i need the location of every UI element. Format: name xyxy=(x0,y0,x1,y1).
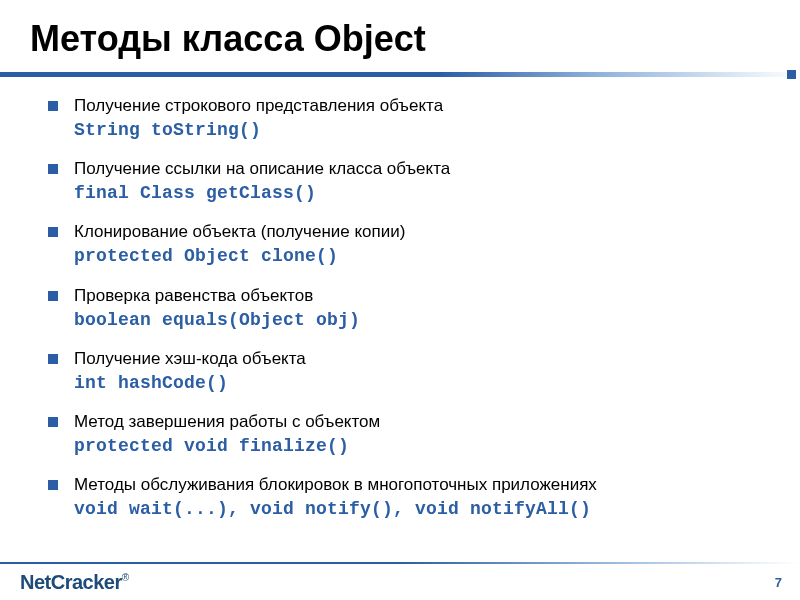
list-item: Получение хэш-кода объекта int hashCode(… xyxy=(48,348,770,395)
item-code: boolean equals(Object obj) xyxy=(74,310,360,330)
item-code: int hashCode() xyxy=(74,373,228,393)
item-code: protected Object clone() xyxy=(74,246,338,266)
item-text: Получение строкового представления объек… xyxy=(74,96,443,115)
logo: NetCracker® xyxy=(20,571,129,594)
logo-cracker: Cracker xyxy=(51,571,122,593)
list-item: Клонирование объекта (получение копии) p… xyxy=(48,221,770,268)
item-text: Проверка равенства объектов xyxy=(74,286,313,305)
slide-title: Методы класса Object xyxy=(30,18,770,60)
content-area: Получение строкового представления объек… xyxy=(30,95,770,522)
logo-reg: ® xyxy=(122,572,129,583)
list-item: Получение строкового представления объек… xyxy=(48,95,770,142)
item-code: void wait(...), void notify(), void noti… xyxy=(74,499,591,519)
list-item: Метод завершения работы с объектом prote… xyxy=(48,411,770,458)
item-text: Методы обслуживания блокировок в многопо… xyxy=(74,475,597,494)
item-text: Клонирование объекта (получение копии) xyxy=(74,222,405,241)
slide: Методы класса Object Получение строковог… xyxy=(0,0,800,600)
item-text: Получение хэш-кода объекта xyxy=(74,349,306,368)
item-text: Получение ссылки на описание класса объе… xyxy=(74,159,450,178)
item-text: Метод завершения работы с объектом xyxy=(74,412,380,431)
title-divider xyxy=(0,72,800,77)
footer: NetCracker® 7 xyxy=(0,560,800,600)
list-item: Проверка равенства объектов boolean equa… xyxy=(48,285,770,332)
item-code: String toString() xyxy=(74,120,261,140)
page-number: 7 xyxy=(775,575,782,590)
item-code: protected void finalize() xyxy=(74,436,349,456)
item-code: final Class getClass() xyxy=(74,183,316,203)
logo-net: Net xyxy=(20,571,51,593)
footer-divider xyxy=(0,562,800,564)
bullet-list: Получение строкового представления объек… xyxy=(48,95,770,522)
list-item: Получение ссылки на описание класса объе… xyxy=(48,158,770,205)
list-item: Методы обслуживания блокировок в многопо… xyxy=(48,474,770,521)
